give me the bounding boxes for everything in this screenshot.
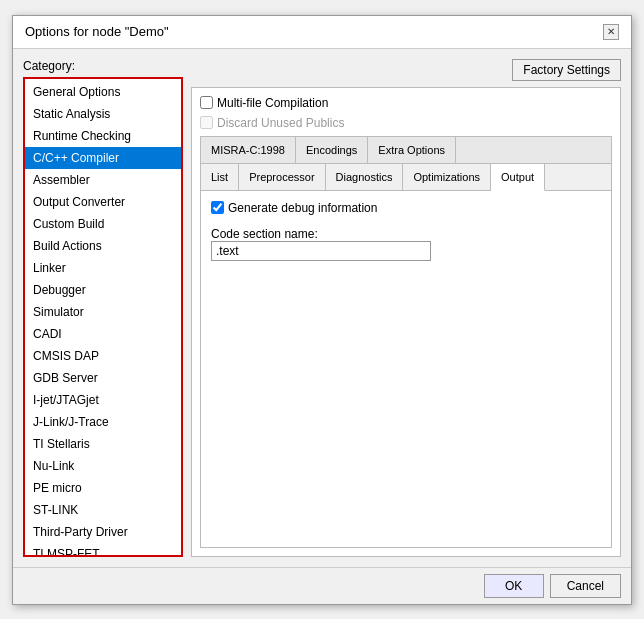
- factory-settings-button[interactable]: Factory Settings: [512, 59, 621, 81]
- top-row: Factory Settings: [191, 59, 621, 81]
- category-item-custom-build[interactable]: Custom Build: [25, 213, 181, 235]
- category-item-ti-stellaris[interactable]: TI Stellaris: [25, 433, 181, 455]
- cancel-button[interactable]: Cancel: [550, 574, 621, 598]
- main-panel: Factory Settings Multi-file Compilation …: [191, 59, 621, 557]
- bottom-tab-row: List Preprocessor Diagnostics Optimizati…: [201, 164, 611, 191]
- category-item-gdb-server[interactable]: GDB Server: [25, 367, 181, 389]
- discard-unused-row: Discard Unused Publics: [200, 116, 612, 130]
- tab-output[interactable]: Output: [491, 164, 545, 191]
- tab-list[interactable]: List: [201, 164, 239, 190]
- multifile-compilation-row: Multi-file Compilation: [200, 96, 612, 110]
- top-tab-row: MISRA-C:1998 Encodings Extra Options: [201, 137, 611, 164]
- category-item-static-analysis[interactable]: Static Analysis: [25, 103, 181, 125]
- generate-debug-checkbox[interactable]: [211, 201, 224, 214]
- tab-diagnostics[interactable]: Diagnostics: [326, 164, 404, 190]
- tab-preprocessor[interactable]: Preprocessor: [239, 164, 325, 190]
- ok-button[interactable]: OK: [484, 574, 544, 598]
- generate-debug-label: Generate debug information: [228, 201, 377, 215]
- discard-unused-label: Discard Unused Publics: [217, 116, 344, 130]
- category-item-jlink-jtrace[interactable]: J-Link/J-Trace: [25, 411, 181, 433]
- multifile-compilation-checkbox[interactable]: [200, 96, 213, 109]
- category-item-runtime-checking[interactable]: Runtime Checking: [25, 125, 181, 147]
- category-item-st-link[interactable]: ST-LINK: [25, 499, 181, 521]
- tab-optimizations[interactable]: Optimizations: [403, 164, 491, 190]
- category-item-cpp-compiler[interactable]: C/C++ Compiler: [25, 147, 181, 169]
- dialog-body: Category: General OptionsStatic Analysis…: [13, 49, 631, 567]
- close-button[interactable]: ✕: [603, 24, 619, 40]
- category-label: Category:: [23, 59, 183, 73]
- discard-unused-checkbox[interactable]: [200, 116, 213, 129]
- title-bar: Options for node "Demo" ✕: [13, 16, 631, 49]
- category-item-cadi[interactable]: CADI: [25, 323, 181, 345]
- category-item-simulator[interactable]: Simulator: [25, 301, 181, 323]
- category-list: General OptionsStatic AnalysisRuntime Ch…: [23, 77, 183, 557]
- multifile-compilation-label: Multi-file Compilation: [217, 96, 328, 110]
- category-item-nu-link[interactable]: Nu-Link: [25, 455, 181, 477]
- tabs-container: MISRA-C:1998 Encodings Extra Options Lis…: [200, 136, 612, 548]
- options-area: Multi-file Compilation Discard Unused Pu…: [191, 87, 621, 557]
- category-item-output-converter[interactable]: Output Converter: [25, 191, 181, 213]
- category-panel: Category: General OptionsStatic Analysis…: [23, 59, 183, 557]
- dialog-title: Options for node "Demo": [25, 24, 169, 39]
- category-item-cmsis-dap[interactable]: CMSIS DAP: [25, 345, 181, 367]
- category-item-pe-micro[interactable]: PE micro: [25, 477, 181, 499]
- main-dialog: Options for node "Demo" ✕ Category: Gene…: [12, 15, 632, 605]
- category-item-general-options[interactable]: General Options: [25, 81, 181, 103]
- category-item-debugger[interactable]: Debugger: [25, 279, 181, 301]
- code-section-label: Code section name:: [211, 227, 601, 241]
- code-section-group: Code section name:: [211, 223, 601, 261]
- category-item-build-actions[interactable]: Build Actions: [25, 235, 181, 257]
- category-item-ijet-jtagjet[interactable]: I-jet/JTAGjet: [25, 389, 181, 411]
- category-item-assembler[interactable]: Assembler: [25, 169, 181, 191]
- category-item-third-party-driver[interactable]: Third-Party Driver: [25, 521, 181, 543]
- tab-content-output: Generate debug information Code section …: [201, 191, 611, 547]
- tab-misra-c-1998[interactable]: MISRA-C:1998: [201, 137, 296, 163]
- category-item-linker[interactable]: Linker: [25, 257, 181, 279]
- tab-encodings[interactable]: Encodings: [296, 137, 368, 163]
- generate-debug-row: Generate debug information: [211, 201, 601, 215]
- tab-extra-options[interactable]: Extra Options: [368, 137, 456, 163]
- category-item-ti-msp-fet[interactable]: TI MSP-FET: [25, 543, 181, 557]
- code-section-input[interactable]: [211, 241, 431, 261]
- dialog-footer: OK Cancel: [13, 567, 631, 604]
